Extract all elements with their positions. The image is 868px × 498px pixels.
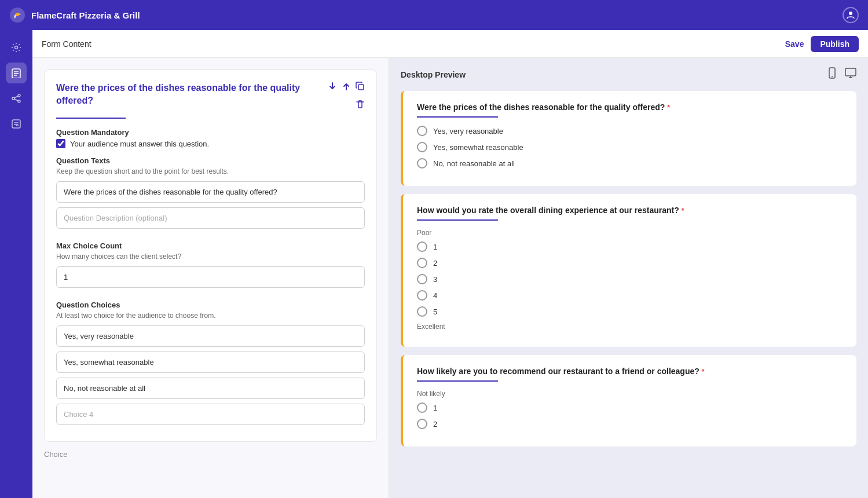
sidebar-item-results[interactable]	[6, 113, 27, 134]
sidebar	[0, 30, 32, 498]
topnav: FlameCraft Pizzeria & Grill	[0, 0, 868, 30]
form-header-actions: Save Publish	[785, 36, 859, 52]
preview-header: Desktop Preview	[401, 67, 856, 82]
preview-q2-option-5: 5	[417, 306, 843, 317]
preview-card-q1: Were the prices of the dishes reasonable…	[401, 91, 856, 186]
question-actions	[328, 82, 365, 111]
radio-q1-3[interactable]	[417, 158, 427, 169]
radio-q2-2[interactable]	[417, 258, 427, 268]
svg-point-9	[12, 97, 14, 100]
preview-q2-option-4: 4	[417, 290, 843, 301]
svg-point-2	[849, 12, 852, 15]
max-choice-label: Max Choice Count	[56, 241, 365, 250]
preview-q3-scale-low: Not likely	[417, 390, 843, 398]
preview-q2-option-3: 3	[417, 274, 843, 284]
sidebar-item-settings[interactable]	[6, 37, 27, 58]
preview-q3-option-2: 2	[417, 419, 843, 429]
preview-q3-divider	[417, 380, 498, 382]
main-layout: Form Content Save Publish Were the price…	[0, 30, 868, 498]
mandatory-checkbox-label: Your audience must answer this question.	[70, 140, 209, 148]
content-area: Form Content Save Publish Were the price…	[32, 30, 868, 498]
question-text-input[interactable]	[56, 181, 365, 203]
app-title: FlameCraft Pizzeria & Grill	[31, 10, 140, 20]
choices-label: Question Choices	[56, 301, 365, 309]
user-avatar[interactable]	[843, 7, 859, 23]
question-texts-label: Question Texts	[56, 156, 365, 165]
radio-q3-2[interactable]	[417, 419, 427, 429]
sidebar-item-forms[interactable]	[6, 63, 27, 83]
move-down-icon[interactable]	[328, 82, 337, 93]
save-button[interactable]: Save	[785, 36, 804, 52]
app-logo	[9, 7, 25, 23]
question-desc-input[interactable]	[56, 207, 365, 229]
question-divider	[56, 118, 126, 119]
preview-q2-text: How would you rate the overall dining ex…	[417, 206, 843, 215]
preview-title: Desktop Preview	[401, 70, 466, 79]
left-panel: Were the prices of the dishes reasonable…	[32, 58, 389, 498]
panels: Were the prices of the dishes reasonable…	[32, 58, 868, 498]
mandatory-checkbox-row: Your audience must answer this question.	[56, 139, 365, 148]
question-texts-desc: Keep the question short and to the point…	[56, 167, 365, 175]
radio-q2-1[interactable]	[417, 241, 427, 252]
desktop-preview-icon[interactable]	[845, 67, 856, 82]
svg-rect-16	[358, 85, 364, 90]
preview-card-q2: How would you rate the overall dining ex…	[401, 194, 856, 347]
choice-3-input[interactable]	[56, 378, 365, 399]
preview-q1-option-1: Yes, very reasonable	[417, 126, 843, 136]
question-title-row: Were the prices of the dishes reasonable…	[56, 82, 365, 111]
preview-q1-option-3: No, not reasonable at all	[417, 158, 843, 169]
svg-point-1	[16, 13, 19, 16]
radio-q3-1[interactable]	[417, 402, 427, 413]
max-choice-input[interactable]	[56, 266, 365, 288]
bottom-choice-label: Choice	[44, 450, 67, 459]
svg-rect-13	[12, 120, 20, 128]
svg-line-12	[14, 99, 18, 101]
preview-q2-divider	[417, 219, 498, 221]
mobile-preview-icon[interactable]	[826, 67, 838, 82]
publish-button[interactable]: Publish	[811, 36, 859, 52]
form-header: Form Content Save Publish	[32, 30, 868, 58]
form-header-title: Form Content	[42, 39, 91, 49]
svg-point-3	[15, 46, 18, 49]
right-panel: Desktop Preview Were the prices of the d…	[389, 58, 868, 498]
required-star-q3: *	[702, 368, 705, 376]
preview-q3-text: How likely are you to recommend our rest…	[417, 367, 843, 376]
preview-q1-divider	[417, 116, 498, 118]
choice-1-input[interactable]	[56, 325, 365, 347]
max-choice-desc: How many choices can the client select?	[56, 252, 365, 261]
question-actions-row1	[328, 82, 365, 93]
preview-q3-option-1: 1	[417, 402, 843, 413]
preview-card-q3: How likely are you to recommend our rest…	[401, 355, 856, 446]
mandatory-label: Question Mandatory	[56, 128, 365, 137]
topnav-left: FlameCraft Pizzeria & Grill	[9, 7, 140, 23]
preview-q1-option-2: Yes, somewhat reasonable	[417, 142, 843, 152]
choices-desc: At least two choice for the audience to …	[56, 312, 365, 320]
svg-rect-19	[845, 68, 856, 76]
radio-q2-5[interactable]	[417, 306, 427, 317]
svg-point-10	[18, 100, 20, 102]
move-up-icon[interactable]	[342, 82, 351, 93]
delete-icon[interactable]	[356, 100, 365, 111]
radio-q1-1[interactable]	[417, 126, 427, 136]
preview-q1-text: Were the prices of the dishes reasonable…	[417, 102, 843, 112]
preview-q2-option-2: 2	[417, 258, 843, 268]
required-star-q1: *	[667, 104, 670, 112]
mandatory-checkbox[interactable]	[56, 139, 65, 148]
preview-q2-scale-high: Excellent	[417, 323, 843, 331]
sidebar-item-share[interactable]	[6, 88, 27, 109]
duplicate-icon[interactable]	[356, 82, 365, 93]
choice-2-input[interactable]	[56, 351, 365, 373]
choice-4-input[interactable]	[56, 404, 365, 425]
svg-line-11	[14, 96, 18, 98]
radio-q1-2[interactable]	[417, 142, 427, 152]
preview-q2-option-1: 1	[417, 241, 843, 252]
radio-q2-3[interactable]	[417, 274, 427, 284]
question-title: Were the prices of the dishes reasonable…	[56, 82, 328, 108]
svg-point-8	[18, 94, 20, 97]
radio-q2-4[interactable]	[417, 290, 427, 301]
required-star-q2: *	[682, 207, 684, 215]
question-card: Were the prices of the dishes reasonable…	[44, 69, 377, 442]
preview-q2-scale-low: Poor	[417, 229, 843, 237]
svg-point-18	[832, 76, 833, 78]
preview-icons	[826, 67, 856, 82]
